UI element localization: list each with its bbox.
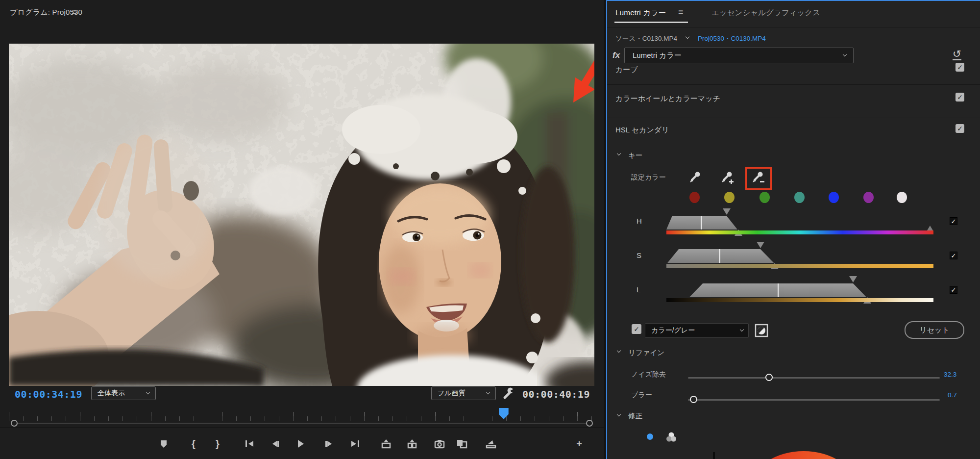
reset-button[interactable]: リセット [905, 321, 964, 339]
play-button[interactable] [292, 435, 309, 452]
saturation-range-handle[interactable] [757, 242, 764, 248]
video-preview[interactable] [9, 44, 594, 386]
blur-slider[interactable] [688, 399, 940, 401]
playhead[interactable] [499, 408, 509, 419]
annotation-highlight-box [745, 167, 772, 190]
section-color-wheels[interactable]: カラーホイールとカラーマッチ [615, 94, 720, 103]
color-swatches [666, 192, 933, 203]
saturation-gradient-strip [666, 264, 933, 268]
zoombar-left-handle[interactable] [11, 420, 18, 427]
luma-gradient-strip [666, 298, 933, 302]
correction-header[interactable]: 修正 [628, 411, 642, 421]
swatch-purple[interactable] [863, 192, 874, 203]
hsl-secondary-checkbox[interactable] [956, 124, 964, 133]
tab-lumetri-color[interactable]: Lumetri カラー [615, 8, 666, 18]
hue-checkbox[interactable] [950, 217, 957, 225]
app-window: プログラム: Proj0530 ≡ [0, 0, 980, 459]
reset-effect-icon[interactable]: ↺ [953, 49, 961, 60]
key-header[interactable]: キー [628, 151, 642, 160]
zoombar-right-handle[interactable] [586, 420, 593, 427]
lift-button[interactable] [377, 435, 395, 452]
blur-label: ブラー [631, 391, 652, 400]
project-clip-link[interactable]: Proj0530・C0130.MP4 [698, 34, 766, 43]
denoise-value[interactable]: 32.3 [944, 371, 956, 378]
saturation-checkbox[interactable] [950, 252, 957, 259]
step-forward-button[interactable] [320, 435, 338, 452]
lumetri-panel-menu-icon[interactable]: ≡ [678, 7, 684, 16]
extract-button[interactable] [403, 435, 421, 452]
denoise-slider[interactable] [688, 377, 940, 379]
eyedropper-add-icon[interactable] [720, 171, 735, 187]
export-frame-button[interactable] [431, 435, 448, 452]
curves-checkbox[interactable] [956, 63, 964, 72]
correction-dot-indicator[interactable] [647, 434, 653, 440]
section-hsl-secondary[interactable]: HSL セカンダリ [615, 126, 669, 135]
saturation-slider-label: S [637, 251, 641, 259]
chevron-down-icon [486, 390, 490, 394]
add-marker-button[interactable] [155, 435, 172, 452]
swatch-yellow[interactable] [724, 192, 735, 203]
mask-preview-checkbox[interactable] [632, 324, 641, 334]
luma-slider-label: L [637, 285, 640, 294]
denoise-label: ノイズ除去 [631, 370, 666, 379]
source-clip-label[interactable]: ソース・C0130.MP4 [615, 34, 677, 43]
fit-select[interactable]: 全体表示 [91, 386, 156, 400]
button-editor-button[interactable]: + [570, 435, 588, 452]
hue-slider-label: H [637, 217, 642, 225]
wheel-pointer-tick [713, 452, 715, 459]
refine-header[interactable]: リファイン [628, 348, 664, 357]
hue-gradient-strip [666, 230, 933, 234]
luma-range-handle[interactable] [849, 276, 857, 282]
go-to-in-button[interactable] [241, 435, 258, 452]
step-back-button[interactable] [267, 435, 284, 452]
hue-range-handle[interactable] [723, 208, 731, 215]
saturation-range-slider[interactable] [666, 249, 933, 272]
section-curves[interactable]: カーブ [615, 65, 638, 75]
saturation-range-block[interactable] [667, 249, 774, 263]
settings-wrench-icon[interactable] [503, 387, 515, 400]
swatch-red[interactable] [689, 192, 700, 203]
chevron-down-icon [146, 390, 150, 394]
luma-range-block[interactable] [689, 283, 866, 297]
panel-menu-icon[interactable]: ≡ [72, 7, 77, 16]
blur-slider-knob[interactable] [690, 396, 697, 403]
zoom-scrollbar[interactable] [14, 423, 589, 424]
quality-select[interactable]: フル画質 [431, 386, 496, 400]
hue-wrap-handle[interactable] [927, 226, 933, 230]
swatch-green[interactable] [760, 192, 770, 203]
mark-out-button[interactable]: } [209, 435, 226, 452]
hue-range-block[interactable] [666, 216, 737, 230]
denoise-slider-knob[interactable] [765, 374, 773, 381]
luma-range-slider[interactable] [666, 283, 933, 306]
mask-hole-dot [183, 181, 199, 201]
invert-mask-icon[interactable] [755, 324, 768, 339]
effect-select[interactable]: Lumetri カラー [624, 48, 854, 63]
duration-timecode: 00:00:40:19 [522, 388, 590, 400]
mark-in-button[interactable]: { [185, 435, 202, 452]
swatch-cyan[interactable] [794, 192, 805, 203]
swatch-blue[interactable] [829, 192, 839, 203]
fx-badge-icon: fx [612, 51, 620, 60]
export-button[interactable] [483, 435, 500, 452]
set-color-label: 設定カラー [631, 173, 666, 182]
active-tab-underline [614, 22, 688, 23]
blur-value[interactable]: 0.7 [948, 391, 957, 399]
chevron-down-icon [843, 52, 847, 56]
chevron-down-icon [740, 328, 744, 332]
luma-checkbox[interactable] [950, 286, 957, 294]
swatch-white[interactable] [897, 192, 907, 203]
go-to-out-button[interactable] [346, 435, 364, 452]
current-timecode: 00:00:34:19 [15, 388, 82, 400]
tab-essential-graphics[interactable]: エッセンシャルグラフィックス [711, 8, 820, 18]
comparison-view-button[interactable] [453, 435, 471, 452]
eyedropper-icon[interactable] [688, 171, 703, 187]
correction-wheels-icon[interactable] [664, 431, 678, 446]
color-wheels-checkbox[interactable] [956, 93, 964, 102]
hue-range-slider[interactable] [666, 216, 933, 238]
mask-mode-select[interactable]: カラー/グレー [645, 323, 749, 338]
